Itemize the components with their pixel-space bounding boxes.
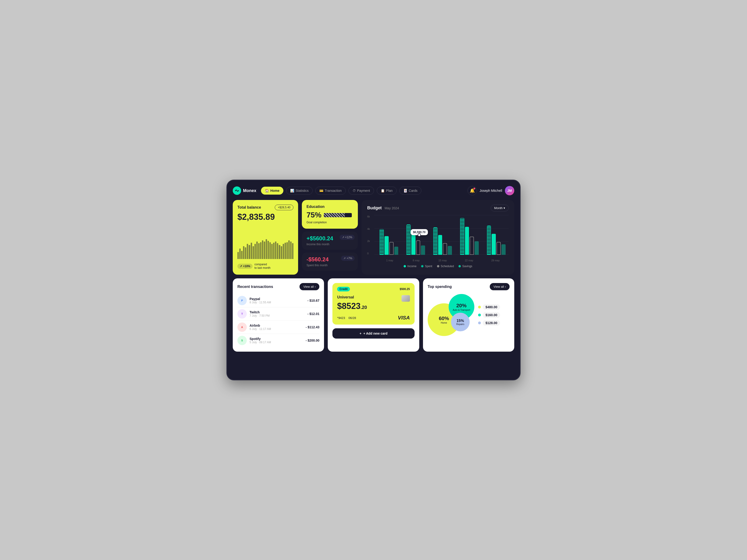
twitch-icon: T bbox=[237, 309, 247, 319]
balance-bar bbox=[279, 245, 280, 259]
nav-cards[interactable]: 🃏 Cards bbox=[400, 187, 421, 195]
plus-icon: + bbox=[360, 331, 361, 335]
bar-group-8may: $6,590.70 bbox=[406, 224, 425, 255]
transaction-paypal: P Paypal 8 July · 11:55 AM - $10.67 bbox=[237, 294, 319, 307]
svg-point-1 bbox=[238, 190, 239, 191]
balance-bar bbox=[251, 243, 252, 259]
progress-bar bbox=[324, 213, 352, 217]
period-selector[interactable]: Month ▾ bbox=[491, 205, 509, 211]
spending-header: Top spending View all › bbox=[428, 283, 510, 290]
legend-income-label: Income bbox=[407, 265, 416, 268]
x-label-1may: 1 may bbox=[377, 259, 403, 262]
legend-savings-label: Savings bbox=[462, 265, 472, 268]
arrow-right-icon: › bbox=[315, 285, 316, 288]
cc-details: *9423 06/28 bbox=[337, 316, 356, 320]
bar-scheduled-5 bbox=[496, 242, 501, 255]
spending-bubbles: 60% Home 20% Auto & Transport 15% Repair… bbox=[428, 294, 474, 336]
cc-available: $500.25 bbox=[400, 288, 410, 291]
x-label-15may: 15 may bbox=[429, 259, 456, 262]
x-labels: 1 may 8 may 15 may 22 may 29 may bbox=[377, 259, 509, 262]
spend-dot-repairs bbox=[478, 322, 481, 324]
budget-period: May 2024 bbox=[384, 206, 399, 210]
nav-payment[interactable]: ⏱ Payment bbox=[349, 187, 374, 195]
cc-bottom: *9423 06/28 VISA bbox=[337, 315, 410, 321]
nav-statistics[interactable]: 📊 Statistics bbox=[286, 187, 313, 195]
balance-bar bbox=[239, 248, 241, 259]
spotify-info: Spotify 5 July · 09:17 AM bbox=[250, 337, 303, 344]
progress-fill bbox=[324, 213, 345, 217]
edu-title: Education bbox=[307, 205, 353, 209]
add-card-button[interactable]: + + Add new card bbox=[332, 328, 414, 339]
svg-text:A: A bbox=[241, 326, 243, 328]
spotify-amount: - $200.00 bbox=[306, 339, 319, 342]
legend-savings-dot bbox=[459, 265, 461, 267]
airbnb-info: Airbnb 6 July · 11:17 AM bbox=[250, 324, 303, 331]
x-label-8may: 8 may bbox=[403, 259, 429, 262]
balance-bar bbox=[292, 243, 293, 259]
bar-income-2 bbox=[406, 224, 411, 255]
legend-scheduled-dot bbox=[437, 265, 439, 267]
legend-scheduled: Scheduled bbox=[437, 265, 454, 268]
spent-change: ↗ +7% bbox=[341, 256, 355, 261]
payment-icon: ⏱ bbox=[353, 189, 356, 192]
cards-icon: 🃏 bbox=[403, 189, 407, 192]
balance-bar bbox=[273, 243, 275, 259]
balance-amount: $2,835.89 bbox=[237, 212, 293, 222]
top-spending-card: Top spending View all › 60% Home 20% Aut… bbox=[423, 278, 514, 352]
nav-transaction[interactable]: 💳 Transaction bbox=[315, 187, 346, 195]
y-label-4k: 4k bbox=[367, 228, 374, 230]
bar-savings-1 bbox=[394, 247, 398, 255]
airbnb-name: Airbnb bbox=[250, 324, 303, 327]
balance-title: Total balance bbox=[237, 205, 261, 210]
arrow-right-icon: › bbox=[505, 285, 506, 288]
chart-legend: Income Spent Scheduled Savings bbox=[367, 265, 509, 268]
nav-plan[interactable]: 📋 Plan bbox=[377, 187, 396, 195]
balance-bar bbox=[247, 244, 248, 259]
cc-amount: $8523.20 bbox=[337, 301, 367, 311]
balance-bar bbox=[264, 241, 265, 259]
balance-header: Total balance +$28,5.40 bbox=[237, 205, 293, 210]
spotify-name: Spotify bbox=[250, 337, 303, 341]
legend-spent: Spent bbox=[421, 265, 432, 268]
y-label-0: 0 bbox=[367, 252, 374, 255]
legend-spent-dot bbox=[421, 265, 423, 267]
balance-bar bbox=[256, 241, 258, 259]
notification-button[interactable]: 🔔 bbox=[468, 186, 477, 195]
spending-legend: $480.00 $160.00 $128.00 bbox=[478, 304, 500, 326]
svg-text:S: S bbox=[241, 339, 243, 342]
paypal-date: 8 July · 11:55 AM bbox=[250, 301, 305, 304]
cc-visa: VISA bbox=[398, 315, 410, 321]
legend-spent-label: Spent bbox=[425, 265, 432, 268]
spent-card: -$560.24 Spent this month ↗ +7% bbox=[302, 252, 358, 271]
budget-card: Budget May 2024 Month ▾ 6k 4k 2k 0 bbox=[362, 200, 514, 275]
balance-bar bbox=[277, 243, 278, 259]
spend-item-repairs: $128.00 bbox=[478, 320, 500, 326]
bar-spent-1 bbox=[384, 236, 389, 255]
balance-bar bbox=[266, 239, 267, 259]
user-name: Joseph Mitchell bbox=[480, 189, 503, 192]
plan-icon: 📋 bbox=[381, 189, 385, 192]
bar-spent-2 bbox=[411, 233, 415, 255]
income-change: ↗ +12% bbox=[340, 235, 355, 240]
cc-label: Credit bbox=[337, 287, 350, 291]
transactions-view-all[interactable]: View all › bbox=[300, 283, 319, 290]
user-avatar: JM bbox=[505, 186, 514, 195]
spending-view-all[interactable]: View all › bbox=[490, 283, 510, 290]
spend-amount-repairs: $128.00 bbox=[483, 320, 500, 326]
transaction-spotify: S Spotify 5 July · 09:17 AM - $200.00 bbox=[237, 334, 319, 347]
bar-group-29may bbox=[487, 225, 506, 255]
spent-label: Spent this month bbox=[307, 264, 353, 267]
cc-name: Universal bbox=[337, 295, 367, 299]
bar-group-15may bbox=[433, 227, 452, 255]
nav-home[interactable]: 🏠 Home bbox=[261, 187, 283, 195]
bar-income-3 bbox=[433, 227, 437, 255]
income-label: Income this month bbox=[307, 243, 353, 246]
balance-bar bbox=[275, 241, 276, 259]
bar-savings-4 bbox=[474, 241, 479, 255]
cc-top: Credit $500.25 bbox=[337, 287, 410, 291]
trend-arrow-icon: ↗ bbox=[240, 265, 242, 268]
balance-bar bbox=[237, 252, 239, 259]
balance-chart bbox=[237, 225, 293, 259]
twitch-amount: - $12.01 bbox=[307, 312, 319, 316]
airbnb-date: 6 July · 11:17 AM bbox=[250, 327, 303, 331]
